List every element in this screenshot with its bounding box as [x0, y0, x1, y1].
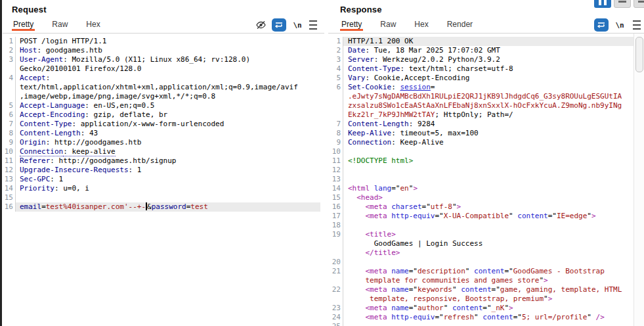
line-text[interactable]: <title> — [343, 230, 633, 239]
line-text[interactable] — [343, 221, 633, 230]
line-text[interactable]: template for communities and games store… — [343, 276, 633, 285]
line-text[interactable]: <meta http-equiv="refresh" content="5; u… — [343, 313, 633, 322]
editor-menu-button[interactable] — [306, 18, 320, 32]
code-row[interactable]: 22 <meta name="keywords" content="game, … — [328, 285, 644, 294]
line-text[interactable]: template, responsive, Bootstrap, premium… — [343, 294, 633, 304]
line-text[interactable]: <html lang="en"> — [343, 184, 633, 193]
line-text[interactable]: Sec-GPC: 1 — [16, 175, 320, 184]
code-row[interactable]: 5Vary: Cookie,Accept-Encoding — [328, 74, 644, 83]
line-text[interactable] — [16, 193, 320, 202]
code-row[interactable]: 4Accept: — [3, 74, 324, 83]
line-text[interactable]: Connection: Keep-Alive — [343, 138, 633, 147]
response-tab-render[interactable]: Render — [446, 18, 474, 31]
show-newlines-button[interactable]: \n — [290, 18, 305, 32]
code-row[interactable]: 15 <head> — [328, 193, 644, 202]
line-text[interactable]: Gecko/20100101 Firefox/128.0 — [16, 64, 320, 74]
line-text[interactable]: Server: Werkzeug/2.0.2 Python/3.9.2 — [343, 55, 633, 64]
line-text[interactable]: Origin: http://goodgames.htb — [16, 138, 320, 147]
code-row[interactable]: 11Referer: http://goodgames.htb/signup — [3, 156, 324, 166]
code-row[interactable]: 3Server: Werkzeug/2.0.2 Python/3.9.2 — [328, 55, 644, 64]
line-text[interactable] — [343, 147, 633, 156]
code-row[interactable]: 18 — [328, 221, 644, 230]
code-row[interactable]: 12 — [328, 166, 644, 175]
line-text[interactable]: email=test%40isanper.com'--+-&password=t… — [16, 202, 320, 212]
line-text[interactable]: .eJwty7sNgDAMBcBdXh1RULpiE2QRJ1jKB9lJhdg… — [343, 92, 633, 101]
response-tab-raw[interactable]: Raw — [379, 18, 397, 31]
line-text[interactable]: GoodGames | Login Success — [343, 239, 633, 248]
code-row[interactable]: 6Set-Cookie: session= — [328, 83, 644, 92]
code-row[interactable]: 8Keep-Alive: timeout=5, max=100 — [328, 129, 644, 138]
line-text[interactable]: Priority: u=0, i — [16, 184, 320, 193]
line-text[interactable]: Connection: keep-alive — [16, 147, 320, 156]
code-row[interactable]: 1POST /login HTTP/1.1 — [3, 37, 324, 46]
line-text[interactable]: Accept-Encoding: gzip, deflate, br — [16, 110, 320, 120]
code-row[interactable]: Gecko/20100101 Firefox/128.0 — [3, 64, 324, 74]
line-text[interactable]: <head> — [343, 193, 633, 202]
line-text[interactable]: Accept: — [16, 74, 320, 83]
response-tab-hex[interactable]: Hex — [413, 18, 429, 31]
code-row[interactable]: ,image/webp,image/png,image/svg+xml,*/*;… — [3, 92, 324, 101]
code-row[interactable]: 20 — [328, 258, 644, 267]
line-text[interactable] — [343, 166, 633, 175]
code-row[interactable]: 23 <meta name="author" content="_nK"> — [328, 304, 644, 313]
code-row[interactable]: </title> — [328, 248, 644, 258]
code-row[interactable]: 9Connection: Keep-Alive — [328, 138, 644, 147]
code-row[interactable]: 9Origin: http://goodgames.htb — [3, 138, 324, 147]
request-editor[interactable]: 1POST /login HTTP/1.12Host: goodgames.ht… — [3, 34, 324, 326]
editor-menu-button[interactable] — [630, 18, 644, 32]
code-row[interactable]: 24 <meta http-equiv="refresh" content="5… — [328, 313, 644, 322]
line-text[interactable] — [343, 258, 633, 267]
line-text[interactable]: Content-Length: 43 — [16, 129, 320, 138]
line-text[interactable]: Host: goodgames.htb — [16, 46, 320, 55]
request-tab-raw[interactable]: Raw — [51, 18, 69, 31]
code-row[interactable]: 14<html lang="en"> — [328, 184, 644, 193]
line-text[interactable]: </title> — [343, 248, 633, 258]
response-scrollbar[interactable] — [633, 34, 644, 326]
response-tab-pretty[interactable]: Pretty — [340, 18, 363, 31]
code-row[interactable]: 16email=test%40isanper.com'--+-&password… — [3, 202, 324, 212]
request-tab-hex[interactable]: Hex — [85, 18, 101, 31]
line-text[interactable]: User-Agent: Mozilla/5.0 (X11; Linux x86_… — [16, 55, 320, 64]
code-row[interactable]: 2Date: Tue, 18 Mar 2025 17:07:02 GMT — [328, 46, 644, 55]
code-row[interactable]: 5Accept-Language: en-US,en;q=0.5 — [3, 101, 324, 110]
line-text[interactable]: Accept-Language: en-US,en;q=0.5 — [16, 101, 320, 110]
line-text[interactable]: Referer: http://goodgames.htb/signup — [16, 156, 320, 166]
line-text[interactable]: Set-Cookie: session= — [343, 83, 633, 92]
line-text[interactable]: Content-Type: text/html; charset=utf-8 — [343, 64, 633, 74]
line-text[interactable]: <meta http-equiv="X-UA-Compatible" conte… — [343, 212, 633, 221]
line-text[interactable]: <meta name="description" content="GoodGa… — [343, 267, 633, 276]
code-row[interactable]: 19 <title> — [328, 230, 644, 239]
line-text[interactable]: <!DOCTYPE html> — [343, 156, 633, 166]
code-row[interactable]: 12Upgrade-Insecure-Requests: 1 — [3, 166, 324, 175]
word-wrap-button[interactable] — [272, 18, 286, 32]
line-text[interactable]: HTTP/1.1 200 OK — [343, 37, 633, 46]
code-row[interactable]: 25 — [328, 322, 644, 326]
response-editor[interactable]: 1HTTP/1.1 200 OK2Date: Tue, 18 Mar 2025 … — [328, 34, 644, 326]
line-text[interactable]: Keep-Alive: timeout=5, max=100 — [343, 129, 633, 138]
line-text[interactable]: <meta charset="utf-8"> — [343, 202, 633, 212]
line-text[interactable]: <meta name="keywords" content="game, gam… — [343, 285, 633, 294]
code-row[interactable]: 14Priority: u=0, i — [3, 184, 324, 193]
line-text[interactable] — [343, 175, 633, 184]
code-row[interactable]: 4Content-Type: text/html; charset=utf-8 — [328, 64, 644, 74]
code-row[interactable]: text/html,application/xhtml+xml,applicat… — [3, 83, 324, 92]
line-text[interactable]: text/html,application/xhtml+xml,applicat… — [16, 83, 320, 92]
show-newlines-button[interactable]: \n — [612, 18, 627, 32]
line-text[interactable]: POST /login HTTP/1.1 — [16, 37, 320, 46]
line-text[interactable] — [343, 322, 633, 326]
code-row[interactable]: 11<!DOCTYPE html> — [328, 156, 644, 166]
line-text[interactable]: Vary: Cookie,Accept-Encoding — [343, 74, 633, 83]
line-text[interactable]: Date: Tue, 18 Mar 2025 17:07:02 GMT — [343, 46, 633, 55]
code-row[interactable]: 10 — [328, 147, 644, 156]
line-text[interactable]: <meta name="author" content="_nK"> — [343, 304, 633, 313]
code-row[interactable]: Ekz2lr_7kP9JhMW2tTAY; HttpOnly; Path=/ — [328, 110, 644, 120]
line-text[interactable]: Upgrade-Insecure-Requests: 1 — [16, 166, 320, 175]
code-row[interactable]: 7Content-Length: 9284 — [328, 120, 644, 129]
code-row[interactable]: zxsalzu8SWo1cEaAStAaXnLFEbaNj8xnSxxlX-hO… — [328, 101, 644, 110]
code-row[interactable]: .eJwty7sNgDAMBcBdXh1RULpiE2QRJ1jKB9lJhdg… — [328, 92, 644, 101]
code-row[interactable]: 13 — [328, 175, 644, 184]
code-row[interactable]: 16 <meta charset="utf-8"> — [328, 202, 644, 212]
code-row[interactable]: 21 <meta name="description" content="Goo… — [328, 267, 644, 276]
layout-columns-button[interactable] — [594, 0, 611, 8]
code-row[interactable]: 1HTTP/1.1 200 OK — [328, 37, 644, 46]
